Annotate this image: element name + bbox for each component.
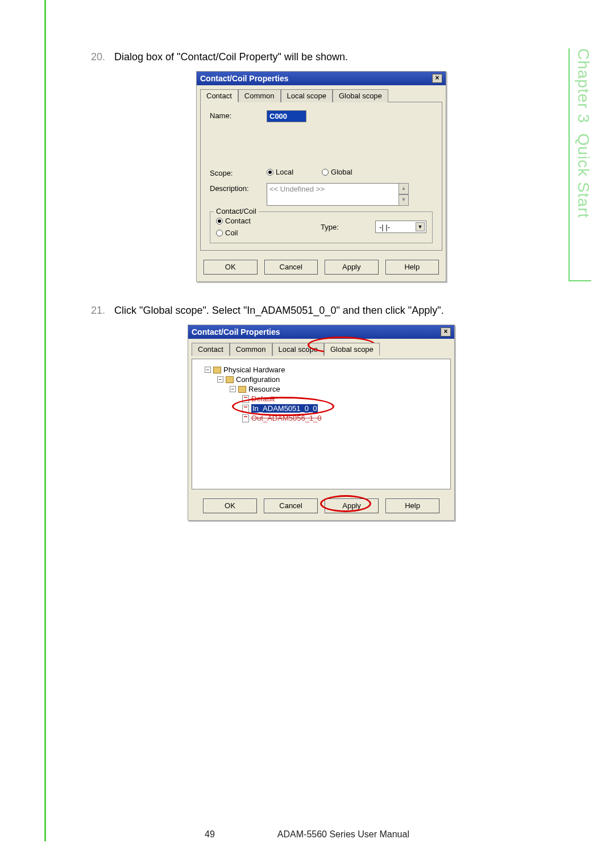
tree-panel: − Physical Hardware − Configuration − Re… — [192, 359, 451, 489]
coil-radio-label: Coil — [225, 229, 238, 237]
scope-local-label: Local — [276, 168, 293, 176]
contact-radio[interactable]: Contact — [216, 217, 284, 225]
annotation-selected-item — [232, 397, 334, 416]
step-21-text: Click "Global scope". Select "In_ADAM505… — [114, 305, 444, 316]
chevron-down-icon: ▼ — [416, 222, 425, 231]
scroll-buttons[interactable]: ▲▼ — [399, 183, 409, 206]
dialog-title-2: Contact/Coil Properties — [192, 327, 280, 337]
description-label: Description: — [210, 183, 267, 193]
step-20: 20. Dialog box of "Contact/Coil Property… — [91, 51, 551, 63]
contact-coil-dialog-2: Contact/Coil Properties × Contact Common… — [188, 325, 455, 521]
tree-root[interactable]: − Physical Hardware — [205, 365, 443, 375]
tree-configuration[interactable]: − Configuration — [217, 375, 443, 384]
cancel-button-2[interactable]: Cancel — [264, 499, 318, 513]
dialog-title: Contact/Coil Properties — [200, 74, 289, 83]
help-button[interactable]: Help — [385, 260, 439, 275]
scope-global-label: Global — [331, 168, 352, 176]
contact-radio-label: Contact — [225, 217, 251, 225]
dialog-titlebar: Contact/Coil Properties × — [197, 72, 446, 85]
tab-common-2[interactable]: Common — [230, 343, 272, 356]
dialog-titlebar-2: Contact/Coil Properties × — [188, 325, 454, 339]
document-icon — [242, 414, 249, 422]
type-value: -| |- — [379, 223, 390, 231]
tree-configuration-label: Configuration — [236, 375, 280, 384]
description-textarea[interactable]: << Undefined >> ▲▼ — [267, 183, 409, 206]
annotation-apply-button — [320, 495, 371, 512]
scope-label: Scope: — [210, 168, 267, 177]
step-20-text: Dialog box of "Contact/Coil Property" wi… — [114, 51, 348, 63]
tab-global-scope[interactable]: Global scope — [333, 89, 388, 102]
step-21-num: 21. — [91, 305, 111, 317]
folder-icon — [213, 367, 221, 373]
dialog-tabs-2: Contact Common Local scope Global scope — [188, 339, 454, 355]
step-20-num: 20. — [91, 51, 111, 63]
scope-global-radio[interactable]: Global — [322, 168, 352, 176]
folder-icon — [226, 376, 234, 383]
group-title: Contact/Coil — [214, 207, 259, 215]
dialog-button-bar-2: OK Cancel Apply Help — [188, 493, 454, 520]
tree-root-label: Physical Hardware — [223, 366, 285, 374]
tab-contact[interactable]: Contact — [200, 89, 238, 102]
tab-local-scope[interactable]: Local scope — [281, 89, 333, 102]
page-number: 49 — [205, 829, 215, 840]
dialog-body: Name: C000 Scope: Local Global — [200, 102, 442, 251]
page-footer: 49 ADAM-5560 Series User Manual — [0, 829, 614, 840]
tree-resource[interactable]: − Resource — [230, 384, 443, 394]
close-icon-2[interactable]: × — [441, 327, 451, 337]
type-label: Type: — [321, 223, 339, 231]
dialog-button-bar: OK Cancel Apply Help — [197, 254, 446, 281]
cancel-button[interactable]: Cancel — [264, 260, 318, 275]
type-dropdown[interactable]: -| |- ▼ — [375, 221, 426, 233]
name-label: Name: — [210, 110, 267, 120]
dialog-tabs: Contact Common Local scope Global scope — [197, 85, 446, 102]
close-icon[interactable]: × — [432, 74, 442, 83]
description-value: << Undefined >> — [269, 185, 325, 193]
contact-coil-dialog: Contact/Coil Properties × Contact Common… — [196, 71, 446, 282]
tab-global-scope-2[interactable]: Global scope — [324, 343, 380, 356]
coil-radio[interactable]: Coil — [216, 229, 284, 237]
contact-coil-group: Contact/Coil Contact Coil — [210, 211, 433, 243]
folder-icon — [238, 386, 246, 393]
apply-button[interactable]: Apply — [325, 260, 379, 275]
scope-local-radio[interactable]: Local — [267, 168, 293, 176]
step-21: 21. Click "Global scope". Select "In_ADA… — [91, 305, 551, 317]
tab-contact-2[interactable]: Contact — [192, 343, 230, 356]
tree-resource-label: Resource — [248, 385, 280, 393]
ok-button[interactable]: OK — [204, 260, 258, 275]
tab-common[interactable]: Common — [238, 89, 281, 102]
name-input[interactable]: C000 — [267, 110, 306, 122]
ok-button-2[interactable]: OK — [203, 499, 257, 513]
help-button-2[interactable]: Help — [385, 499, 439, 513]
doc-title: ADAM-5560 Series User Manual — [277, 829, 409, 840]
